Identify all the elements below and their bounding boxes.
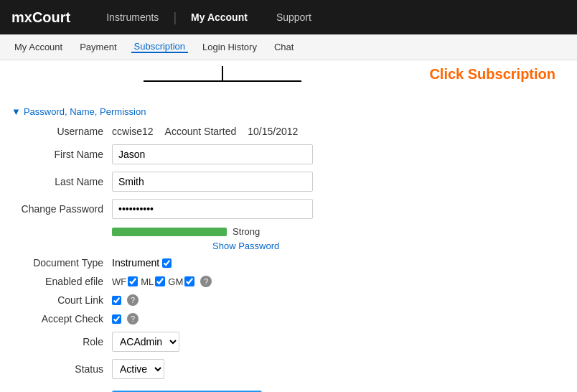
- password-input[interactable]: [112, 199, 313, 219]
- sub-nav: My Account Payment Subscription Login Hi…: [0, 34, 577, 60]
- first-name-row: First Name: [11, 144, 566, 164]
- username-label: Username: [11, 126, 112, 137]
- subnav-payment[interactable]: Payment: [77, 42, 119, 52]
- chevron-down-icon: ▼: [11, 106, 21, 117]
- court-link-help-icon[interactable]: ?: [127, 294, 139, 306]
- account-started-label: Account Started: [165, 126, 237, 137]
- status-label: Status: [11, 363, 112, 375]
- password-strength-row: Strong: [112, 226, 566, 237]
- nav-my-account[interactable]: My Account: [177, 0, 262, 34]
- efile-wf-label: WF: [112, 276, 126, 287]
- username-value: ccwise12: [112, 126, 154, 137]
- efile-ml-checkbox[interactable]: [155, 276, 165, 286]
- document-type-label: Document Type: [11, 257, 112, 269]
- brand-logo: mxCourt: [11, 9, 70, 26]
- section-header-password[interactable]: ▼ Password, Name, Permission: [0, 103, 577, 120]
- subnav-chat[interactable]: Chat: [271, 42, 296, 52]
- enabled-efile-label: Enabled efile: [11, 276, 112, 287]
- last-name-input[interactable]: [112, 172, 313, 192]
- subnav-subscription[interactable]: Subscription: [131, 41, 189, 53]
- strength-label: Strong: [233, 226, 260, 237]
- first-name-input[interactable]: [112, 144, 313, 164]
- status-select[interactable]: Active: [112, 359, 164, 379]
- efile-wf-checkbox[interactable]: [128, 276, 138, 286]
- court-link-row: Court Link ?: [11, 294, 566, 306]
- enabled-efile-row: Enabled efile WF ML GM ?: [11, 276, 566, 287]
- subnav-login-history[interactable]: Login History: [200, 42, 260, 52]
- top-nav: mxCourt Instruments | My Account Support: [0, 0, 577, 34]
- accept-check-label: Accept Check: [11, 313, 112, 325]
- form-area: Username ccwise12 Account Started 10/15/…: [0, 120, 577, 392]
- document-type-value: Instrument: [112, 257, 159, 269]
- arrow-indicator: [144, 66, 301, 82]
- efile-help-icon[interactable]: ?: [200, 276, 212, 287]
- strength-bar: [112, 228, 227, 236]
- efile-wf-item: WF: [112, 276, 138, 287]
- efile-ml-label: ML: [141, 276, 154, 287]
- last-name-row: Last Name: [11, 172, 566, 192]
- last-name-label: Last Name: [11, 176, 112, 187]
- document-type-row: Document Type Instrument: [11, 257, 566, 269]
- efile-gm-label: GM: [168, 276, 183, 287]
- court-link-checkbox[interactable]: [112, 296, 121, 305]
- subnav-my-account[interactable]: My Account: [11, 42, 65, 52]
- accept-check-row: Accept Check ?: [11, 313, 566, 325]
- change-password-row: Change Password: [11, 199, 566, 219]
- role-row: Role ACAdmin: [11, 332, 566, 352]
- efile-gm-item: GM: [168, 276, 194, 287]
- nav-support[interactable]: Support: [262, 0, 326, 34]
- show-password-link[interactable]: Show Password: [212, 241, 279, 251]
- nav-instruments[interactable]: Instruments: [92, 0, 173, 34]
- account-started-date: 10/15/2012: [248, 126, 298, 137]
- change-password-label: Change Password: [11, 203, 112, 215]
- first-name-label: First Name: [11, 149, 112, 160]
- court-link-label: Court Link: [11, 294, 112, 306]
- username-row: Username ccwise12 Account Started 10/15/…: [11, 126, 566, 137]
- role-select[interactable]: ACAdmin: [112, 332, 179, 352]
- section-header-label: Password, Name, Permission: [24, 106, 146, 117]
- nav-links: Instruments | My Account Support: [92, 0, 326, 34]
- click-label: Click Subscription: [429, 66, 555, 83]
- status-row: Status Active: [11, 359, 566, 379]
- accept-check-checkbox[interactable]: [112, 314, 121, 324]
- efile-gm-checkbox[interactable]: [184, 276, 194, 286]
- annotation-area: Click Subscription: [0, 60, 577, 103]
- role-label: Role: [11, 336, 112, 347]
- accept-check-help-icon[interactable]: ?: [127, 313, 139, 325]
- efile-ml-item: ML: [141, 276, 165, 287]
- document-type-checkbox[interactable]: [162, 258, 172, 268]
